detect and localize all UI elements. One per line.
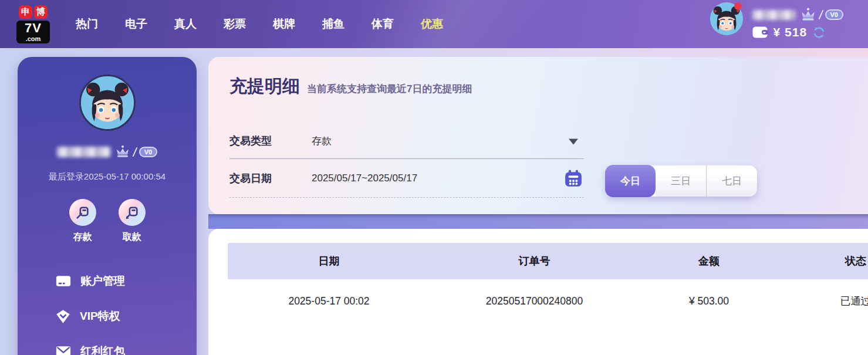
date-range-buttons: 今日 三日 七日 bbox=[606, 165, 757, 197]
vip-level-badge: V0 bbox=[825, 9, 843, 20]
withdraw-label: 取款 bbox=[123, 231, 141, 244]
panel-gap bbox=[208, 214, 868, 229]
deposit-label: 存款 bbox=[73, 231, 92, 244]
cell-status: 已通过 bbox=[779, 294, 868, 308]
chevron-down-icon[interactable] bbox=[569, 138, 578, 144]
page-header: 充提明细 当前系统支持查询最近7日的充提明细 bbox=[229, 75, 472, 99]
username-row: V0 bbox=[752, 8, 843, 22]
top-navbar: 申 博 7V .com 热门 电子 真人 彩票 棋牌 捕鱼 体育 优惠 bbox=[0, 0, 868, 48]
table-header: 日期 订单号 金额 状态 bbox=[228, 243, 868, 279]
transaction-date-label: 交易日期 bbox=[229, 171, 272, 185]
sidebar-username-row: V0 bbox=[57, 145, 157, 158]
vip-slash-divider bbox=[818, 10, 823, 19]
avatar-cartoon-girl bbox=[81, 76, 134, 129]
sidebar-item-account-management[interactable]: 账户管理 bbox=[18, 263, 197, 299]
cell-order-no: 20250517000240800 bbox=[430, 295, 639, 307]
nav-item-slots[interactable]: 电子 bbox=[125, 16, 147, 32]
menu-label: VIP特权 bbox=[80, 309, 120, 324]
filter-panel: 充提明细 当前系统支持查询最近7日的充提明细 交易类型 存款 交易日期 2025… bbox=[208, 57, 868, 214]
table-row: 2025-05-17 00:02 20250517000240800 ¥ 503… bbox=[228, 279, 868, 323]
nav-item-hot[interactable]: 热门 bbox=[76, 16, 98, 32]
logo-name: 7V bbox=[25, 21, 42, 35]
last-login-text: 最后登录2025-05-17 00:00:54 bbox=[49, 171, 166, 182]
nav-item-promos[interactable]: 优惠 bbox=[421, 16, 443, 32]
deposit-icon bbox=[69, 199, 96, 226]
vip-crown-icon bbox=[114, 145, 131, 158]
transaction-date-row: 交易日期 2025/05/17~2025/05/17 bbox=[229, 159, 584, 198]
vip-crown-icon bbox=[799, 8, 817, 22]
menu-label: 红利红包 bbox=[80, 344, 125, 355]
logo-badge-bo: 博 bbox=[34, 5, 48, 19]
refresh-balance-icon[interactable] bbox=[812, 26, 826, 39]
page-subtitle: 当前系统支持查询最近7日的充提明细 bbox=[307, 82, 472, 96]
red-packet-envelope-icon bbox=[55, 345, 72, 355]
column-header-date: 日期 bbox=[228, 254, 430, 268]
range-button-3days[interactable]: 三日 bbox=[656, 165, 707, 197]
nav-item-lottery[interactable]: 彩票 bbox=[224, 16, 246, 32]
logo-name-block: 7V .com bbox=[16, 21, 50, 43]
withdraw-button[interactable]: 取款 bbox=[119, 199, 146, 244]
vip-level-badge: V0 bbox=[139, 147, 157, 157]
deposit-button[interactable]: 存款 bbox=[69, 199, 96, 244]
balance-row: ¥ 518 bbox=[752, 25, 843, 39]
menu-label: 账户管理 bbox=[80, 273, 125, 289]
vip-slash-divider bbox=[132, 147, 137, 157]
page-title: 充提明细 bbox=[229, 75, 300, 99]
range-button-today[interactable]: 今日 bbox=[605, 165, 656, 197]
logo-tld: .com bbox=[26, 35, 41, 42]
nav-item-sports[interactable]: 体育 bbox=[371, 16, 394, 32]
user-info: V0 ¥ 518 bbox=[752, 2, 843, 39]
username-blurred bbox=[752, 10, 796, 20]
cell-amount: ¥ 503.00 bbox=[639, 295, 779, 307]
nav-item-live[interactable]: 真人 bbox=[174, 16, 197, 32]
column-header-status: 状态 bbox=[779, 254, 868, 268]
sidebar-item-vip-privileges[interactable]: VIP特权 bbox=[18, 299, 197, 334]
wallet-icon bbox=[752, 26, 768, 38]
user-avatar[interactable] bbox=[710, 2, 743, 35]
records-table-panel: 日期 订单号 金额 状态 2025-05-17 00:02 2025051700… bbox=[208, 229, 868, 355]
site-logo[interactable]: 申 博 7V .com bbox=[16, 5, 50, 43]
transaction-date-input[interactable]: 2025/05/17~2025/05/17 bbox=[312, 173, 417, 184]
column-header-order-no: 订单号 bbox=[430, 254, 639, 268]
transaction-type-row: 交易类型 存款 bbox=[229, 123, 584, 159]
logo-badge-shen: 申 bbox=[19, 5, 32, 19]
sidebar-avatar[interactable] bbox=[79, 75, 136, 131]
calendar-icon[interactable] bbox=[564, 169, 583, 188]
sidebar-menu: 账户管理 VIP特权 红利红包 bbox=[18, 263, 197, 355]
user-cluster: V0 ¥ 518 bbox=[710, 2, 843, 39]
nav-item-fishing[interactable]: 捕鱼 bbox=[322, 16, 345, 32]
logo-badges: 申 博 bbox=[19, 5, 48, 19]
username-blurred bbox=[57, 147, 111, 157]
profile-sidebar: V0 最后登录2025-05-17 00:00:54 存款 bbox=[18, 57, 197, 355]
main-navigation: 热门 电子 真人 彩票 棋牌 捕鱼 体育 优惠 bbox=[76, 16, 443, 32]
transaction-type-select[interactable]: 存款 bbox=[312, 134, 332, 147]
filter-form: 交易类型 存款 交易日期 2025/05/17~2025/05/17 bbox=[229, 123, 584, 198]
cell-date: 2025-05-17 00:02 bbox=[228, 295, 430, 307]
range-button-7days[interactable]: 七日 bbox=[707, 165, 757, 197]
vip-privilege-icon bbox=[55, 309, 71, 324]
quick-actions: 存款 取款 bbox=[69, 199, 146, 244]
column-header-amount: 金额 bbox=[639, 254, 779, 268]
balance-amount: ¥ 518 bbox=[774, 25, 808, 39]
bank-card-icon bbox=[55, 275, 72, 288]
sidebar-item-bonus-redpacket[interactable]: 红利红包 bbox=[18, 334, 197, 355]
main-content: 充提明细 当前系统支持查询最近7日的充提明细 交易类型 存款 交易日期 2025… bbox=[208, 57, 868, 355]
transaction-type-label: 交易类型 bbox=[229, 134, 272, 148]
nav-item-cards[interactable]: 棋牌 bbox=[273, 16, 295, 32]
notification-dot bbox=[734, 2, 742, 10]
withdraw-icon bbox=[119, 199, 146, 226]
